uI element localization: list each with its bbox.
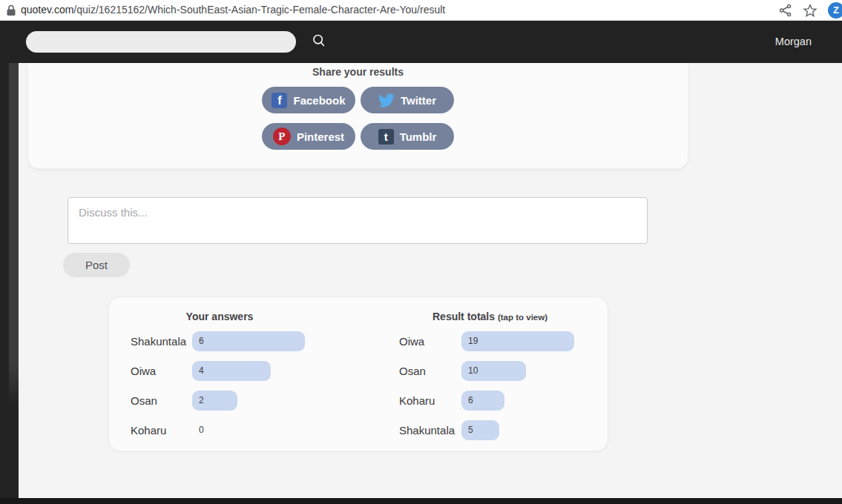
your-answers-column: Your answers Shakuntala 6 Oiwa 4 Osan 2 … xyxy=(131,297,309,450)
site-header: Morgan xyxy=(0,21,842,63)
quiz-results-card: Your answers Shakuntala 6 Oiwa 4 Osan 2 … xyxy=(108,296,608,451)
result-bar-area: 4 xyxy=(192,361,309,381)
url-domain: quotev.com xyxy=(21,4,73,16)
bottom-dark-bar xyxy=(0,498,842,504)
result-row: Koharu 6 xyxy=(399,391,581,411)
result-totals-rows: Oiwa 19 Osan 10 Koharu 6 Shakuntala 5 xyxy=(399,331,581,440)
result-bar-area: 0 xyxy=(192,420,309,440)
result-row: Shakuntala 6 xyxy=(131,331,309,351)
result-bar-area: 10 xyxy=(461,361,581,381)
result-bar[interactable]: 6 xyxy=(461,391,504,411)
pinterest-icon: P xyxy=(273,127,291,145)
username-link[interactable]: Morgan xyxy=(775,21,812,63)
result-bar[interactable]: 5 xyxy=(461,420,499,440)
share-button-label: Tumblr xyxy=(400,130,437,143)
search-input[interactable] xyxy=(26,31,296,53)
share-page-icon[interactable] xyxy=(778,3,793,18)
share-button-label: Twitter xyxy=(401,94,436,107)
result-bar-value: 0 xyxy=(192,420,204,440)
share-row-2: P Pinterest t Tumblr xyxy=(28,123,688,150)
browser-extension-icon[interactable]: Z xyxy=(828,2,842,19)
result-totals-title: Result totals (tap to view) xyxy=(399,311,581,322)
share-button-label: Pinterest xyxy=(297,130,344,143)
your-answers-title: Your answers xyxy=(131,311,309,322)
share-pinterest-button[interactable]: P Pinterest xyxy=(262,123,355,150)
result-bar-area: 6 xyxy=(461,391,581,411)
facebook-icon: f xyxy=(272,93,287,108)
result-bar[interactable]: 10 xyxy=(461,361,526,381)
result-row-label: Oiwa xyxy=(399,331,461,351)
result-row: Osan 10 xyxy=(399,361,581,381)
result-row-label: Oiwa xyxy=(131,361,192,381)
result-row-label: Osan xyxy=(131,391,192,411)
share-tumblr-button[interactable]: t Tumblr xyxy=(361,123,454,150)
result-bar-area: 6 xyxy=(192,331,309,351)
result-bar-value: 10 xyxy=(461,361,478,381)
result-totals-column: Result totals (tap to view) Oiwa 19 Osan… xyxy=(399,297,581,450)
result-bar-value: 6 xyxy=(461,391,473,411)
browser-url-bar[interactable]: quotev.com/quiz/16215162/Which-SouthEast… xyxy=(0,0,842,21)
result-row: Shakuntala 5 xyxy=(399,420,581,440)
url-text[interactable]: quotev.com/quiz/16215162/Which-SouthEast… xyxy=(21,0,445,20)
post-button[interactable]: Post xyxy=(63,253,130,277)
result-row: Osan 2 xyxy=(131,391,309,411)
result-bar-value: 4 xyxy=(192,361,204,381)
share-row-1: f Facebook Twitter xyxy=(28,87,688,113)
share-twitter-button[interactable]: Twitter xyxy=(361,87,454,113)
share-title: Share your results xyxy=(28,66,688,78)
share-results-card: Share your results f Facebook Twitter P … xyxy=(27,63,688,169)
result-bar[interactable]: 4 xyxy=(192,361,271,381)
result-row-label: Osan xyxy=(399,361,461,381)
left-scrollbar-thumb[interactable] xyxy=(9,63,19,406)
result-bar-area: 19 xyxy=(461,331,581,351)
twitter-icon xyxy=(378,93,395,107)
discussion-input[interactable] xyxy=(68,197,648,244)
share-facebook-button[interactable]: f Facebook xyxy=(262,87,355,113)
page-content: Share your results f Facebook Twitter P … xyxy=(0,63,842,504)
result-row: Koharu 0 xyxy=(131,420,309,440)
result-bar-value: 19 xyxy=(461,331,478,351)
result-bar[interactable]: 6 xyxy=(192,331,305,351)
lock-icon xyxy=(6,4,16,16)
result-row-label: Koharu xyxy=(399,391,461,411)
result-totals-title-text: Result totals xyxy=(432,311,495,322)
result-bar: 0 xyxy=(192,420,309,440)
result-bar[interactable]: 2 xyxy=(192,391,237,411)
url-path: /quiz/16215162/Which-SouthEast-Asian-Tra… xyxy=(73,4,445,16)
share-button-label: Facebook xyxy=(293,94,345,107)
result-bar-value: 6 xyxy=(192,331,204,351)
result-bar-value: 2 xyxy=(192,391,204,411)
result-bar[interactable]: 19 xyxy=(461,331,574,351)
result-row-label: Shakuntala xyxy=(131,331,192,351)
left-scrollbar-track xyxy=(0,63,19,504)
result-totals-subtitle: (tap to view) xyxy=(498,313,547,322)
result-bar-area: 2 xyxy=(192,391,309,411)
bookmark-star-icon[interactable] xyxy=(803,3,818,18)
result-row-label: Shakuntala xyxy=(399,420,461,440)
result-bar-area: 5 xyxy=(461,420,581,440)
result-row: Oiwa 19 xyxy=(399,331,581,351)
your-answers-rows: Shakuntala 6 Oiwa 4 Osan 2 Koharu 0 xyxy=(131,331,309,440)
result-row-label: Koharu xyxy=(131,420,192,440)
tumblr-icon: t xyxy=(378,129,394,145)
result-bar-value: 5 xyxy=(461,420,473,440)
result-row: Oiwa 4 xyxy=(131,361,309,381)
search-icon[interactable] xyxy=(311,33,327,50)
